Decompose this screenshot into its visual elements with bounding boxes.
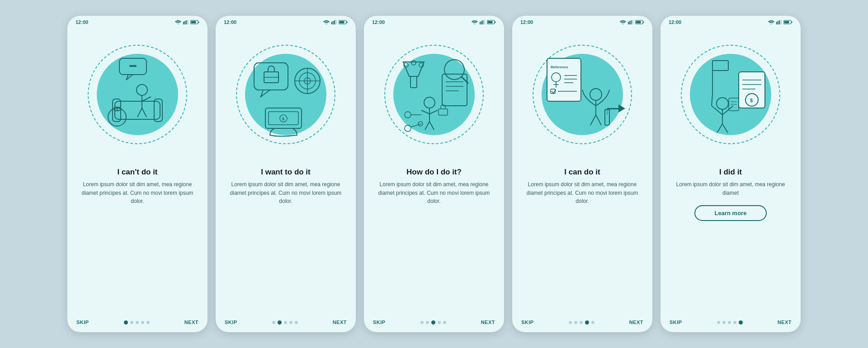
svg-line-122 <box>722 124 728 133</box>
illustration-1 <box>67 27 208 162</box>
phone-title-4: I can do it <box>521 168 643 177</box>
dot-5-0 <box>717 321 720 324</box>
svg-rect-29 <box>347 22 348 23</box>
dots-3 <box>420 320 446 324</box>
dot-5-4 <box>739 320 743 324</box>
phone-title-1: I can't do it <box>76 168 198 177</box>
phone-4: 12:00 Reference <box>512 16 652 332</box>
svg-rect-13 <box>154 99 162 122</box>
dot-5-3 <box>733 321 736 324</box>
svg-rect-58 <box>410 76 417 88</box>
svg-rect-24 <box>333 21 334 25</box>
dot-2-2 <box>284 321 287 324</box>
phone-footer-5: SKIP NEXT <box>660 315 801 332</box>
svg-line-67 <box>429 122 434 130</box>
phone-content-4: I can do it Lorem ipsum dolor sit dim am… <box>512 162 652 315</box>
svg-rect-30 <box>254 63 288 90</box>
svg-line-66 <box>425 122 429 130</box>
svg-line-119 <box>712 106 722 115</box>
phone-body-1: Lorem ipsum dolor sit dim amet, mea regi… <box>76 180 198 206</box>
next-button-3[interactable]: NEXT <box>481 320 495 325</box>
svg-line-72 <box>411 124 421 127</box>
svg-rect-7 <box>198 22 199 23</box>
svg-point-60 <box>411 61 416 65</box>
illustration-5: $ <box>660 27 801 162</box>
dot-3-4 <box>443 321 446 324</box>
svg-rect-25 <box>334 20 335 24</box>
dot-2-3 <box>289 321 292 324</box>
status-bar-1: 12:00 <box>67 16 208 27</box>
svg-rect-77 <box>631 20 632 24</box>
svg-rect-116 <box>712 61 728 71</box>
phone-footer-1: SKIP NEXT <box>67 315 208 332</box>
time-3: 12:00 <box>372 19 385 25</box>
learn-more-button[interactable]: Learn more <box>694 205 767 221</box>
next-button-5[interactable]: NEXT <box>778 320 792 325</box>
phone-footer-4: SKIP NEXT <box>512 315 652 332</box>
svg-line-17 <box>142 108 146 117</box>
time-5: 12:00 <box>669 19 681 25</box>
svg-rect-80 <box>636 21 641 24</box>
next-button-4[interactable]: NEXT <box>629 320 643 325</box>
svg-rect-4 <box>187 20 189 24</box>
time-4: 12:00 <box>520 19 533 25</box>
svg-rect-107 <box>784 21 789 24</box>
svg-rect-103 <box>778 21 778 25</box>
dot-2-1 <box>278 320 282 324</box>
dot-3-2 <box>431 320 435 324</box>
status-bar-5: 12:00 <box>660 16 801 27</box>
dots-5 <box>717 320 743 324</box>
dot-4-2 <box>580 321 583 324</box>
dots-4 <box>569 320 594 324</box>
svg-rect-50 <box>495 22 496 23</box>
svg-marker-31 <box>261 90 270 97</box>
phone-footer-2: SKIP NEXT <box>216 315 356 332</box>
svg-point-43 <box>474 24 475 24</box>
svg-rect-102 <box>776 22 777 24</box>
svg-point-62 <box>424 97 435 108</box>
svg-rect-1 <box>183 22 184 24</box>
svg-marker-97 <box>618 104 625 113</box>
skip-button-3[interactable]: SKIP <box>373 320 386 325</box>
svg-point-69 <box>405 112 411 118</box>
status-bar-2: 12:00 <box>216 16 356 27</box>
svg-line-18 <box>137 108 142 117</box>
svg-point-92 <box>590 89 602 100</box>
svg-text:Reference: Reference <box>551 65 568 69</box>
dot-3-1 <box>426 321 429 324</box>
svg-rect-47 <box>484 20 485 24</box>
skip-button-2[interactable]: SKIP <box>225 320 237 325</box>
svg-rect-76 <box>629 21 630 25</box>
phone-footer-3: SKIP NEXT <box>364 315 504 332</box>
svg-rect-2 <box>184 21 185 25</box>
next-button-1[interactable]: NEXT <box>184 320 198 325</box>
next-button-2[interactable]: NEXT <box>333 320 347 325</box>
phone-5: 12:00 $ <box>660 16 801 332</box>
dot-1-3 <box>141 321 144 324</box>
dot-4-3 <box>585 320 589 324</box>
svg-rect-78 <box>632 20 633 24</box>
phone-3: 12:00 <box>364 16 504 332</box>
dot-2-0 <box>272 321 275 324</box>
svg-point-14 <box>137 85 147 95</box>
dots-1 <box>124 320 150 324</box>
svg-marker-57 <box>403 62 424 76</box>
svg-line-123 <box>712 94 712 106</box>
dot-4-1 <box>574 321 577 324</box>
svg-text:$: $ <box>750 98 753 103</box>
dot-3-0 <box>420 321 424 324</box>
dot-1-4 <box>146 321 150 324</box>
illustration-2: $ <box>216 27 356 162</box>
svg-point-117 <box>717 98 728 109</box>
phone-body-4: Lorem ipsum dolor sit dim amet, mea regi… <box>521 180 643 206</box>
svg-line-64 <box>429 110 438 114</box>
dot-1-0 <box>124 320 128 324</box>
skip-button-1[interactable]: SKIP <box>76 320 89 325</box>
status-icons-4 <box>620 20 644 24</box>
skip-button-4[interactable]: SKIP <box>521 320 534 325</box>
svg-point-0 <box>178 24 179 24</box>
status-icons-1 <box>175 20 199 24</box>
phone-1: 12:00 <box>67 16 208 332</box>
skip-button-5[interactable]: SKIP <box>670 320 682 325</box>
dot-5-2 <box>728 321 731 324</box>
